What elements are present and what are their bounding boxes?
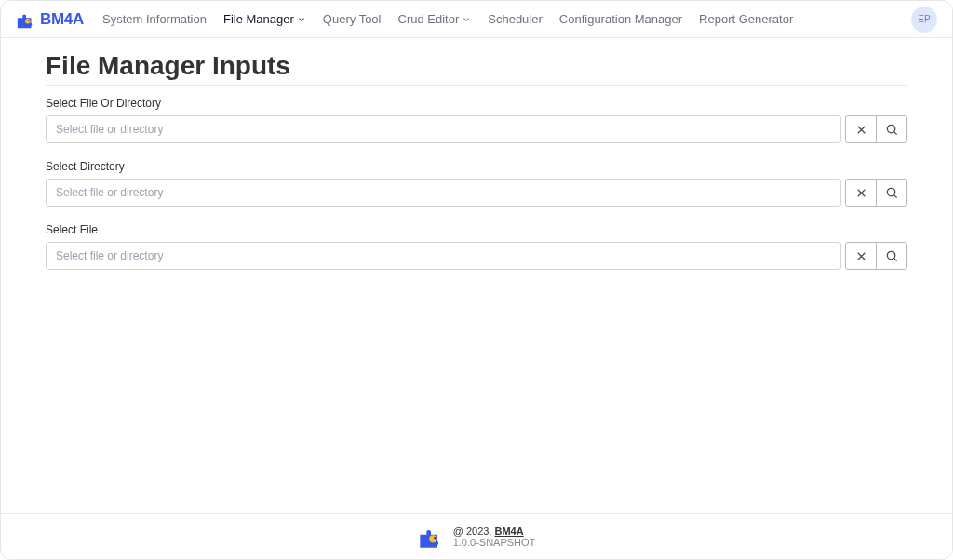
- field-select-file: Select File: [46, 223, 907, 270]
- svg-point-5: [429, 535, 436, 542]
- nav-scheduler[interactable]: Scheduler: [488, 12, 543, 26]
- field-select-file-or-directory: Select File Or Directory: [46, 97, 907, 143]
- brand-name: BM4A: [40, 10, 84, 29]
- svg-point-2: [887, 125, 894, 132]
- field-label: Select Directory: [46, 160, 907, 173]
- search-icon: [885, 186, 899, 200]
- clear-button[interactable]: [845, 242, 877, 270]
- chevron-down-icon: [297, 15, 306, 24]
- brand-logo[interactable]: BM4A: [16, 9, 84, 30]
- footer-copyright: @ 2023,: [453, 526, 495, 537]
- directory-input[interactable]: [46, 179, 841, 207]
- clear-button[interactable]: [845, 115, 877, 143]
- app-header: BM4A System Information File Manager Que…: [1, 1, 952, 38]
- field-label: Select File: [46, 223, 907, 236]
- browse-button[interactable]: [876, 115, 907, 143]
- footer-version: 1.0.0-SNAPSHOT: [453, 537, 536, 548]
- field-row: [46, 179, 907, 207]
- file-input[interactable]: [46, 242, 841, 270]
- footer-copyright-line: @ 2023, BM4A: [453, 526, 536, 537]
- svg-point-6: [434, 537, 436, 539]
- field-row: [46, 115, 907, 143]
- nav-system-information[interactable]: System Information: [102, 12, 207, 26]
- field-row: [46, 242, 907, 270]
- close-icon: [854, 123, 868, 137]
- svg-point-0: [25, 19, 31, 24]
- nav-file-manager[interactable]: File Manager: [223, 12, 306, 26]
- browse-button[interactable]: [876, 179, 907, 207]
- puzzle-icon: [16, 9, 36, 30]
- search-icon: [885, 123, 899, 137]
- search-icon: [885, 249, 899, 263]
- field-label: Select File Or Directory: [46, 97, 907, 110]
- user-initials: EP: [918, 14, 930, 24]
- field-select-directory: Select Directory: [46, 160, 907, 207]
- nav-configuration-manager[interactable]: Configuration Manager: [559, 12, 682, 26]
- clear-button[interactable]: [845, 179, 877, 207]
- svg-point-4: [887, 251, 894, 259]
- app-footer: @ 2023, BM4A 1.0.0-SNAPSHOT: [1, 513, 952, 559]
- puzzle-icon: [418, 524, 444, 550]
- close-icon: [854, 249, 868, 263]
- main-content: File Manager Inputs Select File Or Direc…: [1, 38, 952, 513]
- nav-crud-editor[interactable]: Crud Editor: [398, 12, 472, 26]
- svg-point-3: [887, 188, 894, 195]
- svg-point-1: [28, 20, 29, 20]
- page-title: File Manager Inputs: [46, 51, 907, 86]
- close-icon: [854, 186, 868, 200]
- nav-report-generator[interactable]: Report Generator: [699, 12, 793, 26]
- browse-button[interactable]: [876, 242, 907, 270]
- user-avatar[interactable]: EP: [911, 7, 937, 33]
- nav-query-tool[interactable]: Query Tool: [323, 12, 382, 26]
- file-or-directory-input[interactable]: [46, 115, 841, 143]
- footer-text-block: @ 2023, BM4A 1.0.0-SNAPSHOT: [453, 526, 536, 548]
- footer-brand-link[interactable]: BM4A: [494, 526, 523, 537]
- chevron-down-icon: [462, 15, 471, 24]
- main-nav: System Information File Manager Query To…: [102, 12, 793, 26]
